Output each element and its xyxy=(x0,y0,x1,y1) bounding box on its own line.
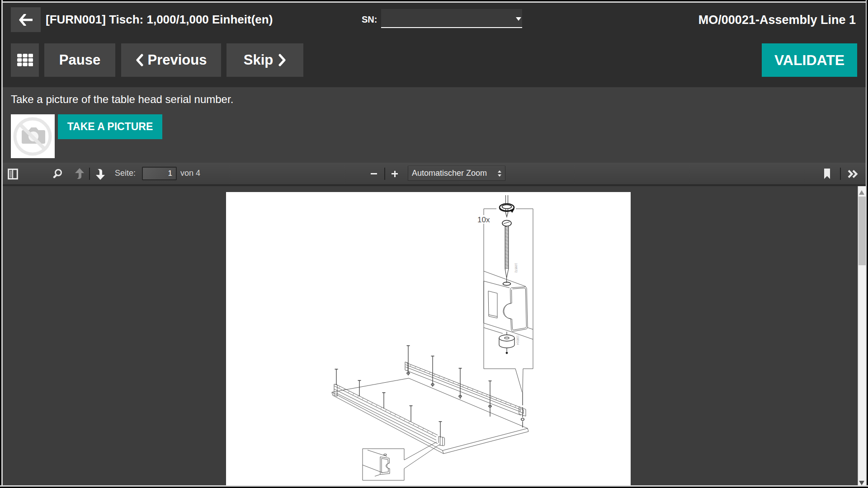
svg-text:109572: 109572 xyxy=(514,263,518,273)
svg-text:10x: 10x xyxy=(477,216,490,224)
svg-text:118314: 118314 xyxy=(516,335,519,345)
